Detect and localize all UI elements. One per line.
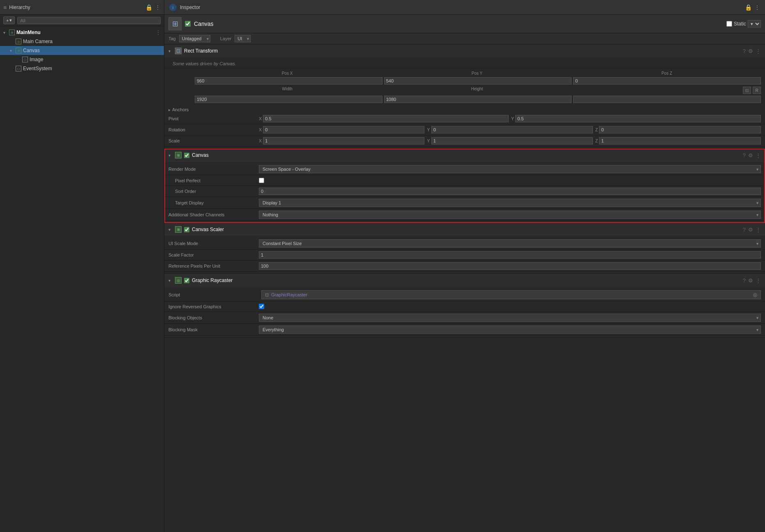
driven-note: Some values driven by Canvas. [164, 59, 765, 69]
inspector-more-icon[interactable]: ⋮ [754, 4, 760, 11]
object-header: ⊞ Canvas Static ▾ [164, 15, 765, 33]
ignore-reversed-label: Ignore Reversed Graphics [168, 304, 259, 309]
ref-pixels-input[interactable]: 100 [259, 262, 761, 270]
wh-third-input[interactable] [573, 96, 761, 103]
canvas-scaler-enabled[interactable] [184, 227, 189, 232]
scale-y-group: Y 1 [427, 137, 592, 144]
additional-shader-select[interactable]: Nothing [259, 211, 761, 219]
rect-transform-section: ▾ ⊡ Rect Transform ? ⚙ ⋮ Some values dri… [164, 44, 765, 149]
rect-transform-more-icon[interactable]: ⋮ [756, 48, 761, 54]
lock-icon[interactable]: 🔒 [145, 5, 152, 10]
tree-arrow-canvas: ▾ [10, 48, 14, 53]
add-button[interactable]: + ▾ [3, 16, 15, 24]
canvas-component-enabled[interactable] [184, 153, 189, 158]
add-dropdown-arrow: ▾ [9, 18, 12, 23]
more-icon[interactable]: ⋮ [155, 5, 161, 10]
anchors-row[interactable]: ▸ Anchors [164, 106, 765, 113]
scale-x-group: X 1 [259, 137, 424, 144]
transform-pos-grid: Pos X Pos Y Pos Z 960 540 [164, 69, 765, 106]
canvas-scaler-header-icons: ? ⚙ ⋮ [743, 227, 761, 233]
scale-label: Scale [168, 138, 259, 143]
scale-z-input[interactable]: 1 [599, 137, 761, 144]
transform-wh-headers: Width Height ⊡ R [168, 86, 761, 95]
graphic-raycaster-settings-icon[interactable]: ⚙ [748, 277, 753, 284]
transform-pos-headers: Pos X Pos Y Pos Z [168, 70, 761, 76]
canvas-settings-icon[interactable]: ⚙ [748, 152, 753, 158]
search-input[interactable] [17, 17, 161, 24]
object-enabled-checkbox[interactable] [185, 21, 191, 27]
graphic-raycaster-enabled[interactable] [184, 278, 189, 283]
pos-x-input[interactable]: 960 [195, 77, 382, 85]
height-group: 1080 [384, 96, 572, 103]
target-display-label: Target Display [168, 200, 259, 205]
canvas-help-icon[interactable]: ? [743, 152, 746, 158]
graphic-raycaster-help-icon[interactable]: ? [743, 277, 746, 284]
script-pick-btn[interactable]: ◎ [753, 292, 757, 298]
hierarchy-item-canvas[interactable]: ▾ ⊞ Canvas [0, 46, 164, 55]
static-dropdown[interactable]: ▾ [748, 20, 761, 28]
sort-order-input[interactable]: 0 [259, 188, 761, 195]
canvas-scaler-help-icon[interactable]: ? [743, 227, 746, 233]
pixel-perfect-row: Pixel Perfect [164, 175, 765, 186]
hierarchy-item-eventsystem[interactable]: □ EventSystem [0, 64, 164, 73]
canvas-scaler-icon: ⊞ [175, 226, 182, 233]
hierarchy-item-mainmenu[interactable]: ▾ ⊞ MainMenu ⋮ [0, 28, 164, 37]
scale-factor-label: Scale Factor [168, 252, 259, 257]
blocking-mask-row: Blocking Mask Everything [164, 324, 765, 336]
pivot-y-input[interactable]: 0.5 [515, 115, 761, 122]
fit-rect-btn[interactable]: ⊡ [743, 87, 751, 94]
hierarchy-item-image[interactable]: □ Image [0, 55, 164, 64]
scale-x-input[interactable]: 1 [263, 137, 424, 144]
canvas-component-title: Canvas [192, 152, 209, 158]
height-input[interactable]: 1080 [384, 96, 572, 103]
canvas-scaler-settings-icon[interactable]: ⚙ [748, 227, 753, 233]
canvas-label: Canvas [23, 48, 40, 53]
rot-z-group: Z 0 [595, 126, 761, 133]
rect-transform-settings-icon[interactable]: ⚙ [748, 48, 753, 54]
mainmenu-menu-btn[interactable]: ⋮ [156, 30, 161, 35]
ui-scale-mode-select[interactable]: Constant Pixel Size [259, 239, 761, 248]
width-input[interactable]: 1920 [195, 96, 382, 103]
rect-transform-help-icon[interactable]: ? [743, 48, 746, 54]
ref-pixels-row: Reference Pixels Per Unit 100 [164, 261, 765, 272]
canvas-more-icon[interactable]: ⋮ [756, 152, 761, 158]
rect-transform-header[interactable]: ▾ ⊡ Rect Transform ? ⚙ ⋮ [164, 44, 765, 57]
blocking-objects-select[interactable]: None [259, 314, 761, 322]
blocking-objects-dropdown: None [259, 314, 761, 322]
rot-y-group: Y 0 [427, 126, 592, 133]
pivot-x-input[interactable]: 0.5 [263, 115, 509, 122]
tree-arrow-mainmenu: ▾ [3, 30, 7, 35]
inspector-title: Inspector [180, 5, 200, 10]
scale-y-input[interactable]: 1 [431, 137, 593, 144]
graphic-raycaster-header[interactable]: ▾ ◎ Graphic Raycaster ? ⚙ ⋮ [164, 274, 765, 287]
blocking-mask-select[interactable]: Everything [259, 326, 761, 334]
rot-z-input[interactable]: 0 [599, 126, 761, 133]
rot-y-input[interactable]: 0 [431, 126, 593, 133]
scale-factor-input[interactable]: 1 [259, 251, 761, 259]
graphic-raycaster-more-icon[interactable]: ⋮ [756, 277, 761, 284]
layer-dropdown[interactable]: UI [235, 35, 251, 42]
canvas-obj-icon: ⊞ [16, 48, 21, 53]
pixel-perfect-checkbox[interactable] [259, 178, 264, 183]
canvas-component-arrow: ▾ [168, 153, 173, 158]
ignore-reversed-checkbox[interactable] [259, 304, 264, 309]
render-mode-select[interactable]: Screen Space - Overlay [259, 165, 761, 173]
scale-row: Scale X 1 Y 1 Z 1 [164, 135, 765, 147]
canvas-scaler-more-icon[interactable]: ⋮ [756, 227, 761, 233]
rot-x-input[interactable]: 0 [263, 126, 424, 133]
pos-x-header: Pos X [193, 71, 381, 76]
pos-x-group: 960 [195, 77, 382, 85]
static-checkbox[interactable] [726, 21, 732, 27]
inspector-lock-icon[interactable]: 🔒 [745, 4, 752, 11]
tag-dropdown[interactable]: Untagged [179, 35, 210, 42]
canvas-component-header[interactable]: ▾ ⊞ Canvas ? ⚙ ⋮ [164, 149, 765, 162]
pos-y-input[interactable]: 540 [384, 77, 572, 85]
canvas-scaler-header[interactable]: ▾ ⊞ Canvas Scaler ? ⚙ ⋮ [164, 223, 765, 236]
target-display-select[interactable]: Display 1 [259, 199, 761, 207]
hierarchy-item-maincamera[interactable]: ◎ Main Camera [0, 37, 164, 46]
reset-rect-btn[interactable]: R [753, 87, 761, 94]
pos-z-header: Pos Z [573, 71, 761, 76]
rot-y-label: Y [427, 127, 430, 132]
pos-z-input[interactable]: 0 [573, 77, 761, 85]
pivot-label: Pivot [168, 116, 259, 121]
